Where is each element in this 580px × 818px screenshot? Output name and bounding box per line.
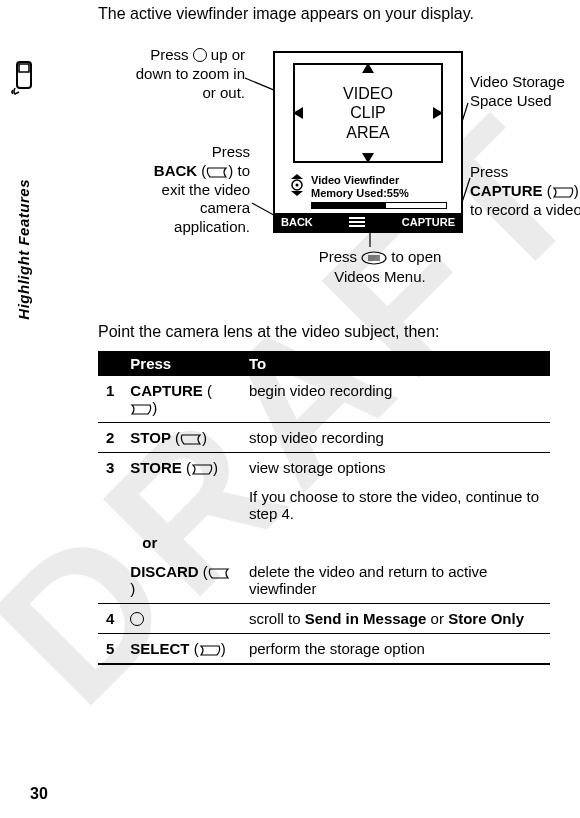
svg-rect-17 bbox=[349, 225, 365, 227]
arrow-right-icon bbox=[433, 107, 443, 119]
col-press: Press bbox=[122, 351, 241, 376]
right-softkey-icon bbox=[199, 644, 221, 656]
svg-rect-15 bbox=[349, 217, 365, 219]
svg-rect-16 bbox=[349, 221, 365, 223]
callout-zoom: Press up or down to zoom in or out. bbox=[120, 46, 245, 102]
callout-capture: Press CAPTURE () to record a video. bbox=[470, 163, 580, 219]
col-to: To bbox=[241, 351, 550, 376]
diagram: Press up or down to zoom in or out. Pres… bbox=[50, 43, 550, 303]
callout-back: Press BACK () to exit the video camera a… bbox=[130, 143, 250, 237]
svg-marker-7 bbox=[362, 63, 374, 73]
table-row: 4 scroll to Send in Message or Store Onl… bbox=[98, 604, 550, 634]
softkey-right[interactable]: CAPTURE bbox=[402, 216, 455, 228]
svg-marker-9 bbox=[293, 107, 303, 119]
softkey-bar: BACK CAPTURE bbox=[275, 213, 461, 231]
table-row: or bbox=[98, 528, 550, 557]
nav-key-icon bbox=[193, 48, 207, 62]
table-row: 1 CAPTURE () begin video recording bbox=[98, 376, 550, 423]
memory-bar bbox=[311, 202, 447, 209]
svg-marker-8 bbox=[362, 153, 374, 163]
right-softkey-icon bbox=[552, 186, 574, 198]
left-softkey-icon bbox=[180, 433, 202, 445]
callout-menu: Press to open Videos Menu. bbox=[250, 247, 510, 286]
nav-status-icon bbox=[289, 174, 305, 196]
left-softkey-icon bbox=[206, 166, 228, 178]
menu-icon[interactable] bbox=[349, 217, 365, 227]
page-number: 30 bbox=[30, 785, 48, 803]
left-softkey-icon bbox=[208, 567, 230, 579]
steps-table: Press To 1 CAPTURE () begin video record… bbox=[98, 351, 550, 665]
nav-key-icon bbox=[130, 612, 144, 626]
table-row: DISCARD () delete the video and return t… bbox=[98, 557, 550, 604]
phone-screen: VIDEO CLIP AREA Video Viewfinder Memory … bbox=[273, 51, 463, 233]
table-row: 2 STOP () stop video recording bbox=[98, 423, 550, 453]
arrow-up-icon bbox=[362, 63, 374, 73]
instruction-text: Point the camera lens at the video subje… bbox=[98, 323, 550, 341]
table-row: If you choose to store the video, contin… bbox=[98, 482, 550, 528]
status-line-2: Memory Used:55% bbox=[311, 187, 447, 200]
intro-text: The active viewfinder image appears on y… bbox=[98, 5, 550, 23]
table-row: 5 SELECT () perform the storage option bbox=[98, 634, 550, 665]
right-softkey-icon bbox=[191, 463, 213, 475]
status-area: Video Viewfinder Memory Used:55% bbox=[289, 174, 447, 209]
arrow-left-icon bbox=[293, 107, 303, 119]
softkey-left[interactable]: BACK bbox=[281, 216, 313, 228]
svg-marker-11 bbox=[291, 174, 303, 179]
right-softkey-icon bbox=[130, 403, 152, 415]
svg-marker-10 bbox=[433, 107, 443, 119]
table-row: 3 STORE () view storage options bbox=[98, 453, 550, 483]
viewfinder-area: VIDEO CLIP AREA bbox=[293, 63, 443, 163]
svg-marker-14 bbox=[291, 191, 303, 196]
status-line-1: Video Viewfinder bbox=[311, 174, 447, 187]
svg-point-13 bbox=[296, 183, 299, 186]
menu-key-icon bbox=[361, 251, 387, 265]
callout-storage: Video Storage Space Used bbox=[470, 73, 580, 111]
arrow-down-icon bbox=[362, 153, 374, 163]
